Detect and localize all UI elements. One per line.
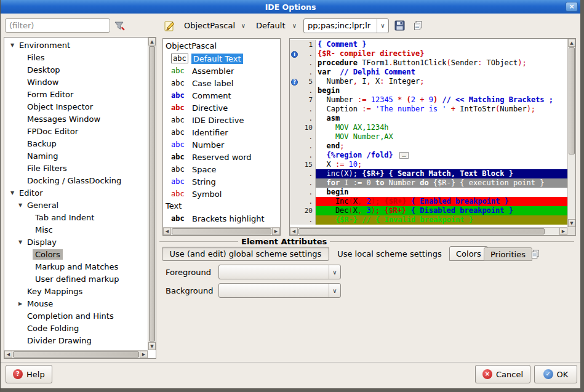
copy-attributes-button[interactable] (529, 247, 542, 260)
cancel-button[interactable]: Cancel (475, 365, 530, 383)
filter-button[interactable] (112, 19, 127, 33)
tree-item-file-filters[interactable]: File Filters (4, 162, 148, 174)
element-item-case-label[interactable]: abcCase label (163, 77, 280, 89)
scroll-up-icon[interactable] (148, 38, 156, 46)
background-combo[interactable] (218, 283, 341, 298)
element-item-comment[interactable]: abcComment (163, 89, 280, 102)
code-line[interactable]: 7 Number := 12345 * (2 + 9) // << Matchi… (290, 95, 567, 105)
code-line[interactable]: . for I := 0 to Number do {$R-} { execut… (290, 178, 567, 188)
element-item-reserved-word[interactable]: abcReserved word (163, 151, 280, 163)
code-horizontal-scrollbar[interactable] (290, 227, 567, 235)
tree-item-code-folding[interactable]: Code Folding (4, 322, 148, 334)
scroll-left-icon[interactable] (290, 228, 298, 235)
tree-item-fpdoc-editor[interactable]: FPDoc Editor (4, 125, 148, 137)
scroll-down-icon[interactable] (148, 342, 156, 350)
scroll-up-icon[interactable] (568, 39, 575, 47)
scheme-combo[interactable]: Default (252, 18, 300, 33)
scrollbar-thumb[interactable] (149, 46, 155, 342)
tree-item-editor[interactable]: ▼Editor (4, 186, 148, 199)
fold-marker[interactable]: … (399, 152, 409, 159)
scroll-left-icon[interactable] (163, 228, 171, 235)
scroll-left-icon[interactable] (4, 351, 12, 358)
code-line[interactable]: .begin (290, 86, 567, 95)
scrollbar-track[interactable] (148, 46, 156, 342)
element-item-string[interactable]: abcString (163, 175, 280, 188)
code-line[interactable]: . {$R-} // { Invalid breakpoint } (290, 215, 567, 225)
code-line[interactable]: 15 X := 10; (290, 160, 567, 169)
scrollbar-track[interactable] (171, 228, 272, 235)
code-line[interactable]: .var // Delphi Comment (290, 68, 567, 77)
tree-item-key-mappings[interactable]: Key Mappings (4, 285, 148, 297)
tree-item-docking-glassdocking[interactable]: Docking / GlassDocking (4, 174, 148, 186)
scroll-right-icon[interactable] (140, 351, 148, 358)
export-scheme-button[interactable] (410, 18, 426, 33)
ok-button[interactable]: OK (534, 365, 577, 383)
expander-collapsed-icon[interactable]: ▶ (16, 301, 25, 306)
tree-item-window[interactable]: Window (4, 76, 148, 88)
tree-item-backup[interactable]: Backup (4, 137, 148, 150)
list-horizontal-scrollbar[interactable] (163, 227, 280, 235)
tree-item-user-defined-markup[interactable]: User defined markup (4, 273, 148, 285)
code-line[interactable]: . inc(X); {$R+} { Search Match, Text Blo… (290, 169, 567, 178)
code-vertical-scrollbar[interactable] (567, 39, 575, 227)
code-line[interactable]: 20 Dec(X, 3); {$R+} { Disabled breakpoin… (290, 206, 567, 215)
code-line[interactable]: . Inc(X, 2); {$R+} { Enabled breakpoint … (290, 197, 567, 206)
tree-item-files[interactable]: Files (4, 51, 148, 63)
code-line[interactable]: .procedure TForm1.Button1Click(Sender: T… (290, 58, 567, 68)
code-line[interactable]: . Caption := 'The number is ' + IntToStr… (290, 105, 567, 114)
element-item-ide-directive[interactable]: abcIDE Directive (163, 114, 280, 126)
code-line[interactable]: 1{ Comment } (290, 40, 567, 49)
tree-item-display[interactable]: ▼Display (4, 236, 148, 248)
code-line[interactable]: . begin (290, 188, 567, 197)
tree-item-colors[interactable]: Colors (4, 248, 148, 260)
tree-vertical-scrollbar[interactable] (148, 38, 156, 350)
code-line[interactable]: 10 MOV AX,1234h (290, 123, 567, 132)
element-item-space[interactable]: abcSpace (163, 163, 280, 175)
scrollbar-thumb[interactable] (172, 228, 271, 234)
tree-item-naming[interactable]: Naming (4, 150, 148, 162)
expander-expanded-icon[interactable]: ▼ (16, 202, 25, 208)
tree-horizontal-scrollbar[interactable] (4, 350, 148, 358)
code-line[interactable]: . {%region /fold}… (290, 151, 567, 160)
expander-expanded-icon[interactable]: ▼ (16, 239, 25, 245)
tree-item-general[interactable]: ▼General (4, 199, 148, 211)
tree-item-environment[interactable]: ▼Environment (4, 39, 148, 51)
tree-item-completion-and-hints[interactable]: Completion and Hints (4, 310, 148, 322)
element-item-directive[interactable]: abcDirective (163, 102, 280, 114)
element-item-number[interactable]: abcNumber (163, 138, 280, 151)
language-source-button[interactable] (162, 18, 177, 33)
element-item-assembler[interactable]: abcAssembler (163, 65, 280, 77)
code-line[interactable]: . MOV Number,AX (290, 132, 567, 142)
foreground-combo[interactable] (218, 265, 341, 279)
scrollbar-thumb[interactable] (13, 351, 139, 358)
help-button[interactable]: Help (6, 365, 52, 383)
language-combo[interactable]: ObjectPascal (180, 18, 249, 33)
titlebar[interactable]: IDE Options (1, 0, 580, 14)
element-item-brackets-highlight[interactable]: abcBrackets highlight (163, 212, 280, 225)
save-scheme-button[interactable] (392, 18, 407, 33)
tab-colors[interactable]: Colors (449, 246, 488, 261)
scroll-down-icon[interactable] (568, 219, 575, 227)
tab-priorities[interactable]: Priorities (484, 247, 532, 261)
scrollbar-thumb[interactable] (298, 228, 545, 234)
scrollbar-track[interactable] (298, 228, 559, 235)
close-button[interactable] (566, 2, 578, 12)
code-line[interactable]: . asm (290, 114, 567, 123)
use-local-scheme-button[interactable]: Use local scheme settings (332, 247, 447, 261)
tree-item-misc[interactable]: Misc (4, 223, 148, 236)
element-item-default-text[interactable]: abcDefault Text (163, 52, 280, 65)
tree-item-desktop[interactable]: Desktop (4, 63, 148, 76)
scroll-right-icon[interactable] (272, 228, 280, 235)
code-line[interactable]: ?5 Number, I, X: Integer; (290, 77, 567, 86)
file-extensions-combo[interactable]: pp;pas;inc;lpr;lr (303, 18, 389, 33)
code-line[interactable]: . end; (290, 142, 567, 151)
tree-item-tab-and-indent[interactable]: Tab and Indent (4, 211, 148, 223)
tree-item-markup-and-matches[interactable]: Markup and Matches (4, 260, 148, 273)
scroll-right-icon[interactable] (559, 228, 567, 235)
scrollbar-track[interactable] (12, 351, 140, 358)
scrollbar-thumb[interactable] (569, 47, 575, 154)
use-global-scheme-button[interactable]: Use (and edit) global scheme settings (162, 247, 329, 261)
tree-item-messages-window[interactable]: Messages Window (4, 113, 148, 125)
filter-input[interactable] (5, 18, 110, 33)
code-preview[interactable]: 1{ Comment }i.{$R- compiler directive}.p… (290, 39, 567, 227)
